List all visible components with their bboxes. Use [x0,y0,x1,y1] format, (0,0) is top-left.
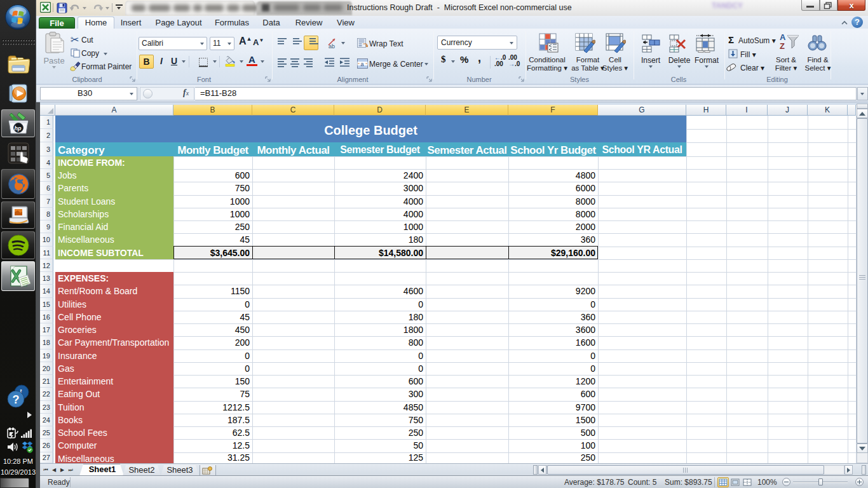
svg-text:ab: ab [329,43,335,48]
svg-text:a: a [361,61,364,67]
svg-text:?: ? [13,393,20,406]
svg-text:Z: Z [780,41,785,51]
svg-text:A: A [780,32,786,42]
svg-text:hp: hp [15,125,22,132]
